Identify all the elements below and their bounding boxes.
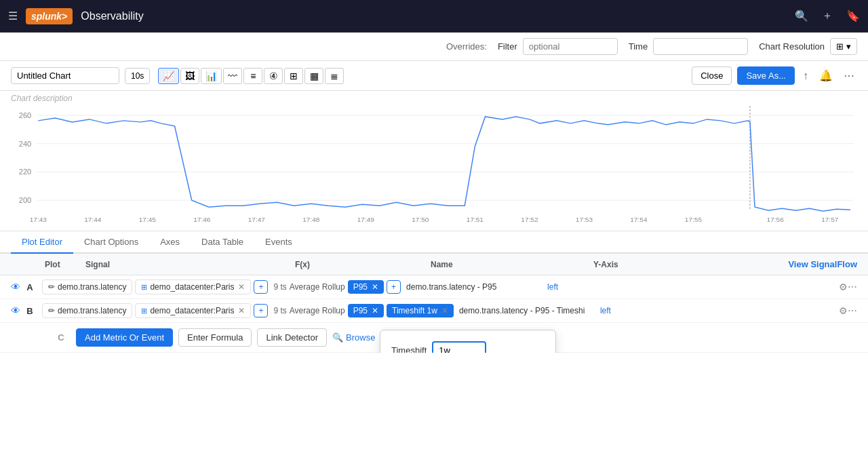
- top-navigation: ☰ splunk> Observability 🔍 ＋ 🔖: [0, 0, 868, 33]
- datacenter-name-a: demo_datacenter:Paris: [150, 282, 234, 292]
- fx-value-a: P95: [353, 282, 368, 292]
- chart-svg: 260 240 220 200 17:43 17:44 17:45 17:46 …: [11, 106, 857, 231]
- svg-text:17:55: 17:55: [685, 216, 703, 223]
- browse-button[interactable]: 🔍 Browse: [332, 332, 375, 343]
- search-icon: 🔍: [332, 332, 343, 343]
- svg-text:17:56: 17:56: [767, 216, 785, 223]
- timeshift-close-b[interactable]: ✕: [441, 306, 448, 315]
- signal-tag-b[interactable]: ✏ demo.trans.latency: [42, 303, 132, 318]
- signal-tag-a[interactable]: ✏ demo.trans.latency: [42, 279, 132, 294]
- add-filter-b[interactable]: +: [254, 304, 268, 317]
- bookmark-icon[interactable]: 🔖: [846, 9, 860, 22]
- hamburger-icon[interactable]: ☰: [8, 9, 18, 22]
- datacenter-tag-a[interactable]: ⊞ demo_datacenter:Paris ✕: [135, 279, 251, 294]
- col-header-fx: F(x): [295, 260, 431, 269]
- fx-tag-a[interactable]: P95 ✕: [348, 280, 384, 294]
- add-metric-button[interactable]: Add Metric Or Event: [76, 328, 173, 347]
- svg-text:17:49: 17:49: [357, 216, 375, 223]
- tab-events[interactable]: Events: [254, 231, 303, 254]
- timeshift-popover: Timeshift Retrieve data from a previous …: [380, 330, 556, 353]
- datacenter-tag-b[interactable]: ⊞ demo_datacenter:Paris ✕: [135, 303, 251, 318]
- text-button[interactable]: ≣: [325, 68, 344, 84]
- gear-button-a[interactable]: ⚙: [839, 282, 848, 292]
- svg-text:17:44: 17:44: [84, 216, 102, 223]
- visibility-toggle-a[interactable]: 👁: [11, 282, 20, 292]
- add-fx-a[interactable]: +: [387, 280, 401, 294]
- datacenter-close-b[interactable]: ✕: [238, 306, 245, 315]
- col-header-signal: Signal: [85, 260, 295, 269]
- line-chart-button[interactable]: 📈: [158, 68, 179, 84]
- rollup-a[interactable]: Average Rollup: [290, 282, 345, 292]
- datacenter-close-a[interactable]: ✕: [238, 282, 245, 292]
- fx-close-b[interactable]: ✕: [372, 306, 378, 315]
- tabs-bar: Plot Editor Chart Options Axes Data Tabl…: [0, 231, 868, 254]
- search-icon[interactable]: 🔍: [795, 9, 808, 22]
- datacenter-name-b: demo_datacenter:Paris: [150, 306, 234, 315]
- tab-axes[interactable]: Axes: [149, 231, 191, 254]
- sparkline-button[interactable]: 〰: [223, 68, 242, 84]
- chart-resolution-label: Chart Resolution: [759, 41, 825, 52]
- heatmap-button[interactable]: ⊞: [284, 68, 303, 84]
- table-button[interactable]: ▦: [304, 68, 323, 84]
- yaxis-link-b[interactable]: left: [600, 306, 611, 315]
- fx-tag-b[interactable]: P95 ✕: [348, 304, 384, 317]
- overrides-bar: Overrides: Filter Time Chart Resolution …: [0, 33, 868, 61]
- tab-chart-options[interactable]: Chart Options: [73, 231, 149, 254]
- chart-area: 260 240 220 200 17:43 17:44 17:45 17:46 …: [0, 106, 868, 231]
- chart-resolution-button[interactable]: ⊞ ▾: [830, 38, 857, 55]
- bar-chart-button[interactable]: 📊: [201, 68, 222, 84]
- table-row: 👁 B ✏ demo.trans.latency ⊞ demo_datacent…: [0, 299, 868, 323]
- svg-text:17:48: 17:48: [302, 216, 320, 223]
- save-as-button[interactable]: Save As...: [737, 66, 795, 85]
- signal-name-b: demo.trans.latency: [58, 306, 126, 315]
- gear-button-b[interactable]: ⚙: [839, 305, 848, 316]
- nav-title: Observability: [81, 10, 143, 22]
- pencil-icon: ✏: [48, 282, 55, 292]
- svg-text:240: 240: [19, 140, 31, 148]
- close-button[interactable]: Close: [692, 66, 732, 85]
- more-row-button-b[interactable]: ⋯: [848, 305, 857, 316]
- area-chart-button[interactable]: 🖼: [180, 68, 199, 84]
- svg-text:260: 260: [19, 111, 31, 119]
- row-label-c: C: [54, 332, 68, 343]
- rollup-b[interactable]: Average Rollup: [290, 306, 345, 315]
- ts-label-b: 9 ts: [273, 306, 286, 315]
- timeshift-value-b: Timeshift 1w: [392, 306, 437, 315]
- add-filter-a[interactable]: +: [254, 280, 268, 294]
- table-row: 👁 A ✏ demo.trans.latency ⊞ demo_datacent…: [0, 275, 868, 299]
- svg-text:220: 220: [19, 168, 31, 176]
- tab-plot-editor[interactable]: Plot Editor: [11, 231, 73, 254]
- timeshift-input[interactable]: [432, 341, 486, 353]
- tab-data-table[interactable]: Data Table: [191, 231, 254, 254]
- plot-column-headers: Plot Signal F(x) Name Y-Axis View Signal…: [0, 254, 868, 275]
- share-button[interactable]: ↑: [800, 67, 811, 85]
- enter-formula-button[interactable]: Enter Formula: [178, 328, 252, 347]
- filter-input[interactable]: [523, 38, 618, 55]
- time-input[interactable]: [653, 38, 748, 55]
- svg-text:17:47: 17:47: [248, 216, 266, 223]
- visibility-toggle-b[interactable]: 👁: [11, 305, 20, 316]
- chart-description: Chart description: [0, 91, 868, 106]
- link-detector-button[interactable]: Link Detector: [257, 328, 327, 347]
- fx-close-a[interactable]: ✕: [372, 282, 378, 292]
- timeshift-tag-b[interactable]: Timeshift 1w ✕: [387, 304, 454, 317]
- more-row-button-a[interactable]: ⋯: [848, 282, 857, 292]
- bell-button[interactable]: 🔔: [816, 66, 835, 85]
- yaxis-link-a[interactable]: left: [547, 282, 558, 292]
- view-signal-flow-link[interactable]: View SignalFlow: [788, 259, 857, 269]
- filter-label: Filter: [498, 41, 517, 52]
- single-value-button[interactable]: ④: [264, 68, 283, 84]
- svg-text:17:50: 17:50: [412, 216, 429, 223]
- interval-button[interactable]: 10s: [125, 68, 150, 84]
- plus-icon[interactable]: ＋: [822, 9, 833, 23]
- more-options-button[interactable]: ⋯: [841, 66, 857, 85]
- list-chart-button[interactable]: ≡: [243, 68, 262, 84]
- row-label-b: B: [23, 306, 37, 316]
- chart-title-input[interactable]: [11, 67, 119, 84]
- chevron-down-icon: ▾: [846, 41, 851, 52]
- svg-text:17:57: 17:57: [821, 216, 839, 223]
- svg-text:17:45: 17:45: [139, 216, 157, 223]
- row-name-b: demo.trans.latency - P95 - Timeshi: [459, 306, 595, 315]
- overrides-label: Overrides:: [446, 41, 487, 52]
- splunk-logo: splunk>: [26, 8, 73, 24]
